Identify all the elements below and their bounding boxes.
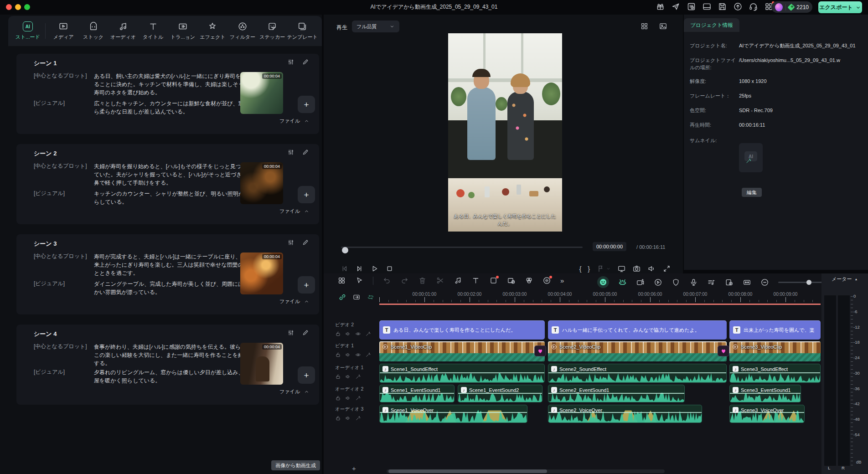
gift-icon[interactable] [656,2,665,11]
link-clips-icon[interactable] [338,293,346,301]
video-preview[interactable]: ある日、みんなで楽しく寿司を作ることにしたんだ。 [448,33,562,232]
quality-select[interactable]: フル品質 [352,21,399,32]
video-clip[interactable]: Scene1_VideoClip [379,341,545,361]
wand-icon[interactable] [365,352,371,358]
meter-toggle[interactable]: メーター▲ [832,276,858,283]
add-clip-button[interactable]: + [298,96,315,113]
marker-flag-icon[interactable] [596,264,605,273]
speaker-icon[interactable] [647,264,656,273]
tab-media[interactable]: メディア [48,21,78,41]
speaker-icon[interactable] [345,374,351,380]
play-button[interactable] [370,264,379,273]
tab-effects[interactable]: エフェクト [198,21,227,41]
mark-in-button[interactable]: { [579,265,582,273]
tab-transition[interactable]: トラ...ョン [168,21,197,41]
account-credits[interactable]: 2210 [771,1,812,13]
tab-project-info[interactable]: プロジェクト情報 [684,18,739,32]
tab-titles[interactable]: タイトル [138,21,168,41]
speaker-icon[interactable] [345,331,351,337]
lock-icon[interactable] [335,395,341,401]
lock-icon[interactable] [335,374,341,380]
add-clip-button[interactable]: + [298,366,315,384]
transition-marker[interactable] [534,345,546,356]
audio-clip[interactable]: ♪Scene2_EventSound1 [548,385,685,402]
select-cursor-icon[interactable] [355,276,364,285]
transition-marker[interactable] [718,345,729,356]
timeline-tracks[interactable]: Tある日、みんなで楽しく寿司を作ることにしたんだ。 Tハルも一緒に手伝ってくれて… [379,273,821,474]
snapshot-camera-icon[interactable] [632,264,641,273]
seek-bar[interactable] [341,247,583,248]
scene-card-1[interactable]: シーン 1 [中心となるプロット]ある日、飼い主の夫婦は愛犬の[ハル]と一緒にに… [16,54,319,134]
lock-icon[interactable] [335,331,341,337]
tab-filters[interactable]: フィルター [227,21,257,41]
audio-clip[interactable]: ♪Scene1_EventSound2 [458,385,542,402]
fullscreen-icon[interactable] [662,264,671,273]
export-button[interactable]: エクスポート [818,1,862,13]
stop-button[interactable] [385,264,394,273]
seek-knob[interactable] [342,247,348,253]
task-list-icon[interactable] [687,2,696,11]
edit-scene-icon[interactable] [302,58,309,66]
text-clip[interactable]: Tハルも一緒に手伝ってくれて、みんなで協力して進めたよ。 [548,320,727,340]
scene-thum­bnail[interactable]: 00:00:04 [240,162,283,204]
eye-icon[interactable] [355,352,361,358]
add-clip-button[interactable]: + [298,276,315,294]
scene-card-2[interactable]: シーン 2 [中心となるプロット]夫婦が寿司を握り始めると、[ハル]もその様子を… [16,144,319,224]
send-icon[interactable] [671,2,681,11]
headset-icon[interactable] [749,2,758,11]
scrollbar-thumb[interactable] [388,469,547,473]
tab-stickers[interactable]: ステッカー [258,21,287,41]
avatar[interactable] [775,3,783,11]
scene-thumbnail[interactable]: 00:00:04 [240,72,283,114]
audio-mix-icon[interactable] [287,239,294,246]
upload-icon[interactable] [733,2,743,11]
tab-storyboard[interactable]: AIスト...ード [13,21,42,41]
tab-templates[interactable]: テンプレート [287,21,317,41]
audio-clip[interactable]: ♪Scene1_VoiceOver [379,405,527,423]
eye-icon[interactable] [355,331,361,337]
audio-mix-icon[interactable] [287,58,294,66]
wand-icon[interactable] [355,374,361,380]
lock-icon[interactable] [335,415,341,421]
mark-out-button[interactable]: } [588,265,590,273]
wand-icon[interactable] [355,415,361,421]
edit-scene-icon[interactable] [302,329,309,336]
edit-scene-icon[interactable] [302,239,309,246]
project-thumbnail[interactable]: AI [739,143,763,172]
ripple-edit-icon[interactable] [367,293,375,301]
compare-image-icon[interactable] [659,22,667,31]
audio-clip[interactable]: ♪Scene2_VoiceOver [548,405,702,423]
scene-thumbnail[interactable]: 00:00:04 [240,343,283,385]
magnet-snap-icon[interactable] [352,293,361,301]
tab-stock[interactable]: ストック [78,21,108,41]
text-clip[interactable]: Tある日、みんなで楽しく寿司を作ることにしたんだ。 [379,320,545,340]
audio-clip[interactable]: ♪Scene1_EventSound1 [379,385,455,402]
edit-project-button[interactable]: 編集 [742,188,762,197]
audio-mix-icon[interactable] [287,329,294,336]
audio-clip[interactable]: ♪Scene3_SoundEffect [729,364,821,383]
edit-scene-icon[interactable] [302,149,309,156]
audio-clip[interactable]: ♪Scene1_SoundEffect [379,364,545,383]
file-toggle[interactable]: ファイル [279,298,310,305]
file-toggle[interactable]: ファイル [279,208,310,215]
save-icon[interactable] [718,2,727,11]
display-output-icon[interactable] [617,264,626,273]
multi-view-icon[interactable] [640,22,649,31]
wand-icon[interactable] [365,331,371,337]
audio-clip[interactable]: ♪Scene2_SoundEffect [548,364,727,383]
wand-icon[interactable] [355,395,361,401]
layout-icon[interactable] [702,2,712,11]
scene-blocks-icon[interactable] [337,276,346,285]
generate-video-from-image-button[interactable]: 画像から動画生成 [271,460,320,470]
scene-thumbnail[interactable]: 00:00:04 [240,252,283,294]
lock-icon[interactable] [335,352,341,358]
file-toggle[interactable]: ファイル [279,118,310,124]
horizontal-scrollbar[interactable] [387,469,665,473]
audio-clip[interactable]: ♪Scene3_VoiceOver [729,405,805,423]
add-clip-button[interactable]: + [298,186,315,203]
scene-card-3[interactable]: シーン 3 [中心となるプロット]寿司が完成すると、夫婦と[ハル]は一緒にテーブ… [16,234,319,314]
speaker-icon[interactable] [345,352,351,358]
file-toggle[interactable]: ファイル [279,388,310,395]
scene-card-4[interactable]: シーン 4 [中心となるプロット]食事が終わり、夫婦は[ハル]に感謝の気持ちを伝… [16,325,319,405]
speaker-icon[interactable] [345,395,351,401]
